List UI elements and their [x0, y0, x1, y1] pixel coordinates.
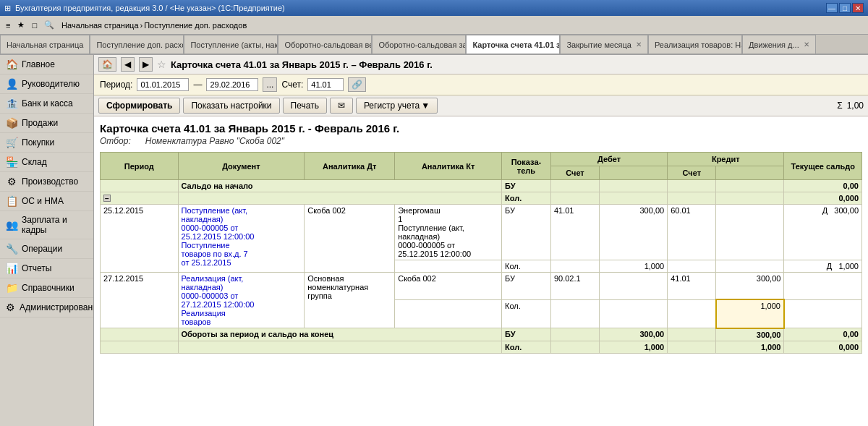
tab-home[interactable]: Начальная страница — [0, 35, 90, 54]
col-period: Период — [101, 153, 179, 180]
report-table: Период Документ Аналитика Дт Аналитика К… — [100, 152, 862, 354]
menu-button[interactable]: ≡ — [3, 20, 13, 31]
tab-postupl-akty[interactable]: Поступление (акты, накл... ✕ — [184, 35, 278, 54]
data-debet-sum2-kol — [600, 299, 668, 328]
total-tek-saldo-kol: 0,000 — [784, 341, 862, 353]
sidebar-item-zarplata[interactable]: 👥 Зарплата и кадры — [0, 211, 93, 239]
window-controls: — □ ✕ — [826, 3, 864, 13]
saldo-kredit-sum2 — [716, 192, 784, 205]
tab-realizatsiya[interactable]: Реализация товаров: Накладная 0000-00000… — [648, 35, 742, 54]
saldo-kredit-schet — [668, 180, 716, 192]
period-calendar-button[interactable]: ... — [263, 77, 277, 92]
tab-label: Реализация товаров: Накладная 0000-00000… — [655, 41, 742, 49]
period-from-input[interactable] — [137, 78, 189, 91]
col-debet-sum — [600, 166, 668, 180]
sigma-area: Σ 1,00 — [837, 101, 864, 111]
back-button[interactable]: ◀ — [121, 57, 135, 72]
sidebar-item-glavnoe[interactable]: 🏠 Главное — [0, 55, 93, 74]
tab-oborotno1[interactable]: Оборотно-сальдовая ведомость по счету 41… — [278, 35, 372, 54]
data-document2[interactable]: Реализация (акт,накладная)0000-000003 от… — [178, 273, 305, 328]
tab-label: Оборотно-сальдовая ведомость по счету 41… — [284, 41, 372, 49]
total-label: Обороты за период и сальдо на конец — [178, 328, 502, 341]
saldo-start-row-kol: − Кол. 0,000 — [101, 192, 862, 205]
print-button[interactable]: Печать — [283, 98, 327, 114]
total-kredit-schet-bu — [668, 328, 716, 341]
search-button[interactable]: 🔍 — [41, 19, 57, 31]
data-kredit-sum-bu — [716, 205, 784, 260]
minimize-button[interactable]: — — [826, 3, 838, 13]
breadcrumb: Начальная страница — [61, 21, 138, 30]
home-nav-button[interactable]: 🏠 — [98, 57, 116, 72]
tab-zakrytie[interactable]: Закрытие месяца ✕ — [560, 35, 648, 54]
sidebar-item-prodazhi[interactable]: 📦 Продажи — [0, 114, 93, 133]
tab-close-icon[interactable]: ✕ — [636, 41, 642, 48]
sidebar-item-operatsii[interactable]: 🔧 Операции — [0, 239, 93, 259]
sales-icon: 📦 — [6, 117, 17, 129]
saldo-start-row-bu: Сальдо на начало БУ 0,00 — [101, 180, 862, 192]
col-kredit-sum — [716, 166, 784, 180]
data-document[interactable]: Поступление (акт,накладная)0000-000005 о… — [178, 205, 305, 273]
sidebar-item-spravochniki[interactable]: 📁 Справочники — [0, 278, 93, 298]
operations-icon: 🔧 — [6, 243, 17, 255]
total-label2 — [178, 341, 502, 353]
tab-kartochka[interactable]: Карточка счета 41.01 за Январь 2015 г. -… — [466, 35, 560, 55]
register-dropdown-button[interactable]: Регистр учета ▼ — [356, 98, 438, 114]
total-row-bu: Обороты за период и сальдо на конец БУ 3… — [101, 328, 862, 341]
data-kredit-schet2-bu: 41.01 — [668, 273, 716, 300]
close-button[interactable]: ✕ — [852, 3, 864, 13]
tab-label: Поступление доп. расходов — [96, 41, 184, 49]
total-debet-sum-kol: 1,000 — [600, 341, 668, 353]
sidebar-item-pokupki[interactable]: 🛒 Покупки — [0, 133, 93, 153]
history-button[interactable]: □ — [29, 20, 40, 31]
main-toolbar: ≡ ★ □ 🔍 Начальная страница › Поступление… — [0, 16, 868, 35]
report-area: Карточка счета 41.01 за Январь 2015 г. -… — [94, 116, 868, 426]
sigma-value: 1,00 — [847, 101, 864, 111]
admin-icon: ⚙ — [6, 302, 15, 313]
sidebar-item-sklad[interactable]: 🏪 Склад — [0, 153, 93, 172]
saldo-debet-sum — [600, 180, 668, 192]
col-kredit-schet: Счет — [668, 166, 716, 180]
sidebar-item-rukovoditelyu[interactable]: 👤 Руководителю — [0, 74, 93, 94]
tab-postupl-dop[interactable]: Поступление доп. расходов ✕ — [90, 35, 184, 54]
tab-dvizheniya[interactable]: Движения д... ✕ — [742, 35, 816, 54]
sidebar-label: Справочники — [22, 283, 75, 293]
saldo-tek-saldo2: 0,000 — [784, 192, 862, 205]
generate-button[interactable]: Сформировать — [98, 98, 180, 114]
account-link-button[interactable]: 🔗 — [348, 77, 366, 92]
dropdown-arrow-icon: ▼ — [421, 101, 430, 111]
sidebar-item-proizvodstvo[interactable]: ⚙ Производство — [0, 172, 93, 192]
total-debet-sum-bu: 300,00 — [600, 328, 668, 341]
email-button[interactable]: ✉ — [330, 98, 353, 114]
account-input[interactable] — [307, 78, 344, 91]
report-title: Карточка счета 41.01 за Январь 2015 г. -… — [100, 122, 862, 135]
sidebar-item-otchety[interactable]: 📊 Отчеты — [0, 259, 93, 278]
favorites-button[interactable]: ★ — [14, 19, 27, 31]
collapse-icon[interactable]: − — [103, 195, 111, 202]
sidebar-label: Руководителю — [22, 79, 80, 89]
sidebar-label: Отчеты — [22, 263, 51, 273]
total-kredit-sum-kol: 1,000 — [716, 341, 784, 353]
forward-button[interactable]: ▶ — [139, 57, 153, 72]
data-debet-schet-bu: 41.01 — [550, 205, 599, 260]
tab-close-icon[interactable]: ✕ — [804, 41, 809, 48]
bookmark-button[interactable]: ☆ — [157, 59, 166, 70]
period-to-input[interactable] — [206, 78, 258, 91]
sidebar-label: Склад — [22, 157, 47, 167]
saldo-kredit-sum — [716, 180, 784, 192]
sidebar-label: Администрирование — [20, 302, 94, 312]
sidebar-item-os[interactable]: 📋 ОС и НМА — [0, 192, 93, 211]
data-pokazatel-kol: Кол. — [502, 260, 551, 273]
data-anal-kt-bu: Энергомаш1Поступление (акт,накладная)000… — [395, 205, 502, 260]
data-debet-schet2-kol — [550, 299, 599, 328]
sidebar-item-bank[interactable]: 🏦 Банк и касса — [0, 94, 93, 114]
sidebar-item-admin[interactable]: ⚙ Администрирование — [0, 298, 93, 318]
show-settings-button[interactable]: Показать настройки — [183, 98, 279, 114]
maximize-button[interactable]: □ — [839, 3, 851, 13]
breadcrumb-current: Поступление доп. расходов — [144, 21, 247, 30]
tab-label: Движения д... — [749, 41, 799, 49]
data-tek-saldo-bu: Д 300,00 — [784, 205, 862, 260]
sidebar-label: Банк и касса — [22, 98, 73, 108]
saldo-doc2 — [178, 192, 502, 205]
tab-oborotno2[interactable]: Оборотно-сальдовая за 41... ✕ — [372, 35, 466, 54]
sidebar-label: Главное — [22, 59, 55, 69]
